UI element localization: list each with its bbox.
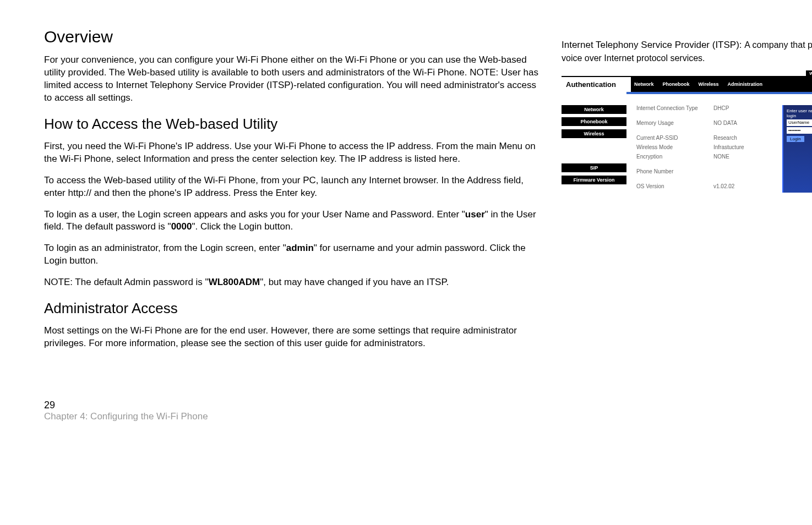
- shot-tab-wireless: Wireless: [699, 81, 719, 87]
- overview-paragraph: For your convenience, you can configure …: [44, 54, 539, 105]
- shot-content: Internet Connection TypeDHCP Memory Usag…: [626, 105, 782, 193]
- shot-side-firmware: Firmware Version: [562, 176, 626, 184]
- shot-sidebar: Network Phonebook Wireless SIP Firmware …: [562, 105, 626, 193]
- admin-p1: Most settings on the Wi-Fi Phone are for…: [44, 325, 539, 350]
- page-number: 29: [44, 400, 539, 411]
- shot-auth-label: Authentication: [562, 77, 631, 92]
- shot-login-prompt: Enter user name & password to login: [787, 108, 812, 118]
- shot-tabs: Network Phonebook Wireless Administratio…: [631, 77, 812, 92]
- shot-title-badge: Wireless VoIP Phone: [806, 70, 812, 78]
- shot-login-button: Login: [787, 136, 804, 142]
- howto-p1: First, you need the Wi-Fi Phone's IP add…: [44, 140, 539, 166]
- webutil-screenshot: Authentication Network Phonebook Wireles…: [562, 76, 812, 193]
- shot-side-wireless: Wireless: [562, 129, 626, 138]
- chapter-label: Chapter 4: Configuring the Wi-Fi Phone: [44, 411, 539, 422]
- shot-tab-admin: Administration: [727, 81, 762, 87]
- shot-tab-phonebook: Phonebook: [663, 81, 690, 87]
- howto-p5: NOTE: The default Admin password is "WL8…: [44, 276, 539, 289]
- howto-p2: To access the Web-based utility of the W…: [44, 174, 539, 200]
- shot-side-network: Network: [562, 105, 626, 114]
- shot-tab-network: Network: [634, 81, 654, 87]
- howto-p3: To login as a user, the Login screen app…: [44, 209, 539, 234]
- shot-side-phonebook: Phonebook: [562, 117, 626, 126]
- glossary-itsp: Internet Telephony Service Provider (ITS…: [562, 39, 812, 65]
- shot-side-sip: SIP: [562, 163, 626, 172]
- howto-p4: To login as an administrator, from the L…: [44, 242, 539, 267]
- shot-login-panel: Enter user name & password to login User…: [782, 105, 812, 193]
- heading-adminaccess: Administrator Access: [44, 300, 539, 317]
- shot-login-username: UserName: [787, 119, 812, 126]
- heading-overview: Overview: [44, 28, 539, 46]
- shot-login-password: ••••••••: [787, 127, 812, 134]
- heading-howto: How to Access the Web-based Utility: [44, 116, 539, 133]
